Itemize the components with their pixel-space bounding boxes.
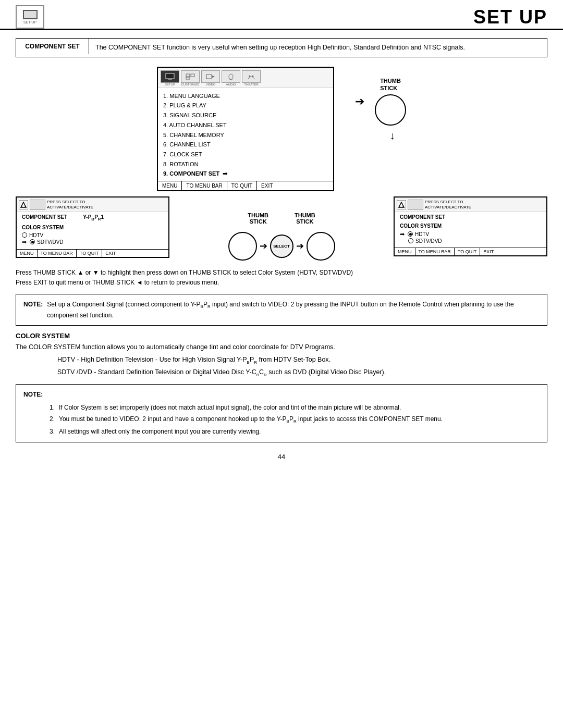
note1-text: Set up a Component Signal (connect compo… — [47, 300, 540, 319]
note2-item-1: 1. If Color System is set improperly (do… — [50, 403, 540, 413]
note1-box: NOTE: Set up a Component Signal (connect… — [16, 294, 547, 325]
menu-bar-menu: MENU — [158, 181, 182, 190]
component-set-description: The COMPONENT SET function is very usefu… — [89, 39, 471, 57]
right-sdtv-row: SDTV/DVD — [400, 238, 541, 244]
video-label: VIDEO — [206, 83, 216, 86]
svg-rect-3 — [191, 74, 194, 77]
right-color-system: COLOR SYSTEM ➡ HDTV SDTV/DVD — [400, 223, 541, 244]
left-panel: PRESS SELECT TO ACTIVATE/DEACTIVATE COMP… — [16, 196, 169, 258]
right-bar-tomenubar: TO MENU BAR — [415, 248, 455, 255]
press-instructions: Press THUMB STICK ▲ or ▼ to highlight th… — [16, 268, 547, 288]
left-component-set-label: COMPONENT SET Y-PBPR1 — [22, 214, 163, 221]
menu-top-bar: SETUP CUSTOMIZE VIDEO — [158, 68, 333, 88]
menu-item-2: 2. PLUG & PLAY — [163, 101, 328, 110]
middle-stick-right — [307, 232, 335, 261]
menu-item-5: 5. CHANNEL MEMORY — [163, 130, 328, 140]
right-arrow-indicator: ➡ — [400, 231, 405, 238]
upper-right: ➔ THUMBSTICK ↓ — [355, 77, 406, 146]
audio-label: AUDIO — [226, 83, 236, 86]
left-bar-tomenubar: TO MENU BAR — [38, 250, 77, 257]
left-sdtv-radio — [30, 239, 35, 244]
left-bar-toquit: TO QUIT — [77, 250, 102, 257]
left-sdtv-row: ➡ SDTV/DVD — [22, 239, 163, 245]
component-set-section: COMPONENT SET The COMPONENT SET function… — [16, 38, 547, 57]
icon-col-video: VIDEO — [201, 70, 220, 86]
audio-icon — [222, 70, 240, 83]
arrow-right-1: ➔ — [355, 95, 364, 108]
right-panel-header-text: PRESS SELECT TO ACTIVATE/DEACTIVATE — [425, 200, 471, 211]
menu-bar-toquit: TO QUIT — [227, 181, 257, 190]
note2-item-2: 2. You must be tuned to VIDEO: 2 input a… — [50, 414, 540, 425]
svg-rect-0 — [166, 73, 174, 79]
color-system-section: COLOR SYSTEM The COLOR SYSTEM function a… — [16, 332, 547, 378]
left-bar-exit: EXIT — [102, 250, 119, 257]
page-title: SET UP — [473, 6, 547, 28]
svg-rect-5 — [206, 75, 212, 79]
note2-header: NOTE: — [23, 390, 540, 400]
menu-screen: SETUP CUSTOMIZE VIDEO — [157, 67, 334, 191]
svg-rect-2 — [186, 74, 190, 77]
icon-col-theater: THEATER — [242, 70, 261, 86]
menu-item-3: 3. SIGNAL SOURCE — [163, 110, 328, 120]
theater-icon — [242, 70, 261, 83]
right-sdtv-radio — [408, 238, 413, 243]
stick-labels: THUMBSTICK THUMBSTICK — [248, 212, 315, 225]
color-system-title: COLOR SYSTEM — [16, 332, 547, 340]
thumb-label-upper: THUMBSTICK — [380, 77, 401, 92]
right-panel-topbar: PRESS SELECT TO ACTIVATE/DEACTIVATE — [395, 198, 546, 212]
select-circle: SELECT — [270, 235, 293, 258]
left-panel-body: COMPONENT SET Y-PBPR1 COLOR SYSTEM HDTV … — [17, 212, 168, 249]
right-panel-bottombar: MENU TO MENU BAR TO QUIT EXIT — [395, 248, 546, 255]
video-icon — [201, 70, 220, 83]
icon-col-customize: CUSTOMIZE — [181, 70, 200, 86]
left-hdtv-radio — [22, 232, 27, 238]
left-stick-label: THUMBSTICK — [248, 212, 268, 225]
arrow-right-3: ➔ — [296, 240, 304, 252]
svg-point-11 — [252, 75, 254, 77]
sticks-row: ➔ SELECT ➔ — [228, 232, 335, 261]
note2-label: NOTE: — [23, 390, 43, 400]
note2-items: 1. If Color System is set improperly (do… — [23, 403, 540, 437]
arrow-right-2: ➔ — [260, 240, 267, 252]
left-color-system: COLOR SYSTEM HDTV ➡ SDTV/DVD — [22, 225, 163, 245]
svg-marker-6 — [212, 76, 215, 78]
right-bar-toquit: TO QUIT — [455, 248, 480, 255]
menu-bottom-bar: MENU TO MENU BAR TO QUIT EXIT — [158, 181, 333, 190]
theater-label: THEATER — [244, 83, 259, 86]
upper-diagram: SETUP CUSTOMIZE VIDEO — [16, 67, 547, 191]
note1-label: NOTE: — [23, 300, 43, 309]
thumb-circle-upper — [375, 94, 406, 126]
middle-sticks: THUMBSTICK THUMBSTICK ➔ SELECT ➔ — [169, 212, 394, 261]
left-hdtv-row: HDTV — [22, 232, 163, 238]
setup-label: SETUP — [165, 83, 175, 86]
header: SET UP SET UP — [0, 0, 563, 30]
monitor-icon — [23, 10, 38, 19]
menu-item-9: 9. COMPONENT SET ➡ — [163, 169, 328, 179]
main-content: COMPONENT SET The COMPONENT SET function… — [0, 30, 563, 468]
icon-label: SET UP — [23, 20, 36, 24]
middle-stick-left — [228, 232, 257, 261]
menu-item-7: 7. CLOCK SET — [163, 150, 328, 159]
left-panel-header-text: PRESS SELECT TO ACTIVATE/DEACTIVATE — [47, 200, 93, 211]
left-bar-menu: MENU — [17, 250, 38, 257]
page-number: 44 — [16, 453, 547, 461]
icon-col-audio: AUDIO — [222, 70, 240, 86]
left-arrow-indicator: ➡ — [22, 239, 27, 245]
right-hdtv-radio — [408, 231, 413, 237]
setup-icon — [161, 70, 179, 83]
svg-point-7 — [229, 74, 233, 79]
thumb-stick-upper: THUMBSTICK — [375, 77, 406, 126]
right-bar-menu: MENU — [395, 248, 415, 255]
note2-item-3: 3. All settings will affect only the com… — [50, 427, 540, 437]
note2-box: NOTE: 1. If Color System is set improper… — [16, 384, 547, 442]
cs-item-hdtv: HDTV - High Definition Television - Use … — [57, 355, 547, 366]
svg-rect-4 — [186, 77, 190, 79]
right-stick-label: THUMBSTICK — [295, 212, 315, 225]
color-system-desc: The COLOR SYSTEM function allows you to … — [16, 342, 547, 352]
down-arrow: ↓ — [390, 130, 395, 142]
component-set-label: COMPONENT SET — [16, 39, 89, 54]
svg-rect-1 — [168, 79, 172, 80]
customize-label: CUSTOMIZE — [181, 83, 199, 86]
left-panel-topbar: PRESS SELECT TO ACTIVATE/DEACTIVATE — [17, 198, 168, 212]
menu-bar-tomenubar: TO MENU BAR — [182, 181, 227, 190]
